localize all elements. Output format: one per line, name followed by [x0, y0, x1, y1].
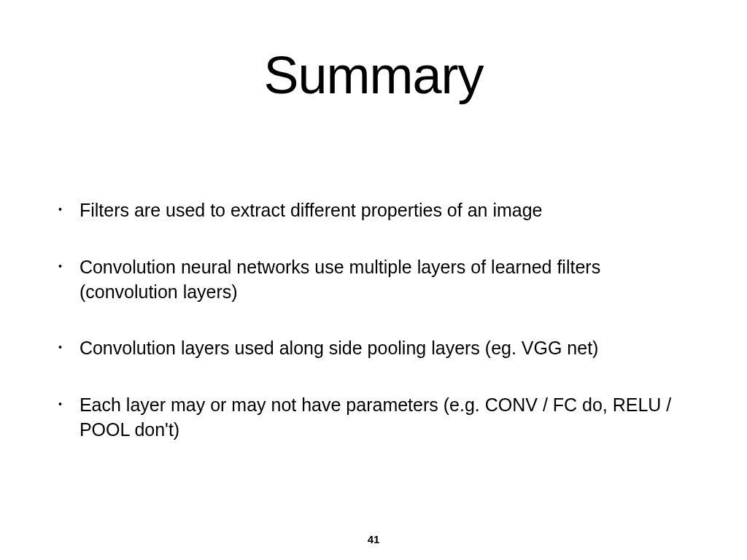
bullet-item: • Convolution layers used along side poo…	[58, 336, 689, 361]
slide-content: • Filters are used to extract different …	[0, 105, 747, 443]
bullet-text: Each layer may or may not have parameter…	[80, 393, 689, 443]
slide-title: Summary	[0, 0, 747, 105]
page-number: 41	[0, 533, 747, 545]
bullet-marker-icon: •	[58, 261, 62, 271]
bullet-marker-icon: •	[58, 342, 62, 352]
bullet-item: • Convolution neural networks use multip…	[58, 255, 689, 305]
bullet-marker-icon: •	[58, 399, 62, 409]
bullet-item: • Filters are used to extract different …	[58, 198, 689, 223]
bullet-text: Filters are used to extract different pr…	[80, 198, 689, 223]
bullet-text: Convolution layers used along side pooli…	[80, 336, 689, 361]
bullet-text: Convolution neural networks use multiple…	[80, 255, 689, 305]
slide-container: Summary • Filters are used to extract di…	[0, 0, 747, 560]
bullet-item: • Each layer may or may not have paramet…	[58, 393, 689, 443]
bullet-marker-icon: •	[58, 204, 62, 214]
